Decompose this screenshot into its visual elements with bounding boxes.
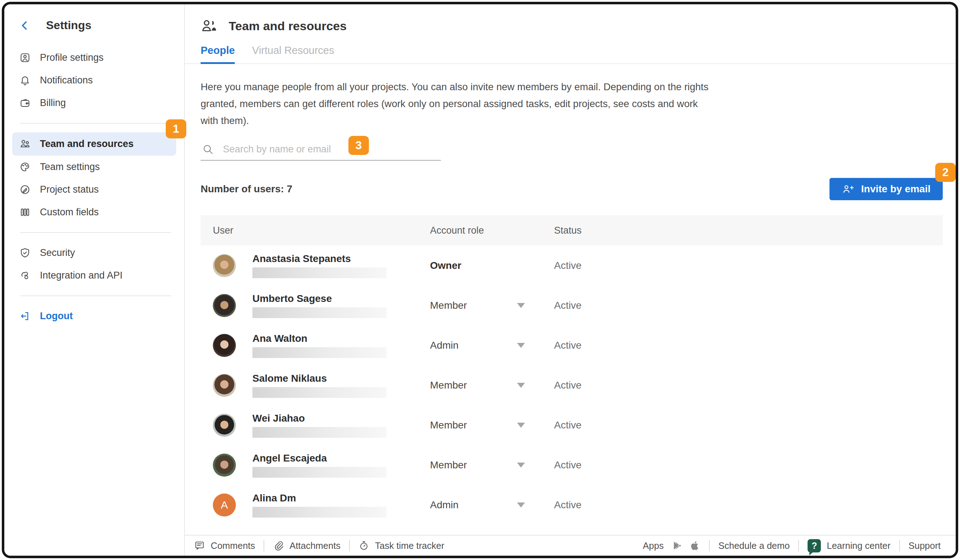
google-play-icon[interactable] [672, 540, 682, 551]
user-name: Alina Dm [253, 493, 387, 504]
footer-divider [264, 540, 264, 551]
sidebar-item-label: Team and resources [40, 138, 134, 150]
apps-label: Apps [643, 541, 664, 551]
comments-button[interactable]: Comments [194, 540, 255, 551]
role-dropdown[interactable]: Member [430, 300, 554, 311]
invite-button-label: Invite by email [861, 183, 931, 195]
avatar [213, 294, 236, 317]
sidebar-item-custom-fields[interactable]: Custom fields [12, 201, 176, 224]
caret-down-icon[interactable] [517, 423, 525, 428]
sidebar-item-label: Custom fields [40, 207, 99, 218]
caret-down-icon[interactable] [517, 502, 525, 507]
users-count: Number of users: 7 [201, 183, 292, 195]
tab-virtual-resources[interactable]: Virtual Resources [252, 45, 334, 63]
page-title-row: Team and resources [201, 18, 956, 34]
status-value: Active [554, 340, 943, 351]
user-name: Anastasia Stepanets [253, 253, 387, 264]
attachments-label: Attachments [290, 541, 341, 551]
comments-icon [194, 540, 205, 551]
wallet-icon [19, 98, 30, 109]
role-value: Owner [430, 260, 461, 271]
footer-divider [899, 540, 900, 551]
section-description: Here you manage people from all your pro… [201, 78, 714, 129]
learning-center-button[interactable]: ? Learning center [808, 539, 890, 552]
attachments-button[interactable]: Attachments [273, 540, 341, 551]
task-time-tracker-button[interactable]: Task time tracker [358, 540, 445, 551]
table-row: Umberto Sagese Member Active [201, 285, 943, 325]
role-dropdown[interactable]: Member [430, 379, 554, 391]
palette-icon [19, 162, 30, 173]
back-icon[interactable] [19, 19, 30, 32]
role-value: Admin [430, 499, 458, 510]
users-table: User Account role Status Anastasia Stepa… [201, 215, 943, 525]
status-value: Active [554, 379, 943, 391]
stopwatch-icon [358, 540, 369, 551]
footer-bar: Comments Attachments Task time tracker A… [185, 535, 956, 556]
table-row: Ana Walton Admin Active [201, 325, 943, 365]
role-value: Member [430, 379, 467, 391]
tab-people[interactable]: People [201, 45, 235, 64]
sidebar-item-label: Project status [40, 184, 99, 195]
role-cell: Owner [430, 260, 554, 271]
caret-down-icon[interactable] [517, 303, 525, 308]
user-cell: Salome Niklaus [213, 373, 430, 398]
caret-down-icon[interactable] [517, 462, 525, 468]
sidebar-item-notifications[interactable]: Notifications [12, 69, 176, 92]
sidebar-item-integration-and-api[interactable]: Integration and API [12, 264, 176, 287]
status-icon [19, 184, 30, 195]
sidebar-nav: Profile settings Notifications Billing T… [4, 46, 184, 328]
user-cell: Umberto Sagese [213, 293, 430, 318]
role-dropdown[interactable]: Admin [430, 340, 554, 351]
status-value: Active [554, 499, 943, 511]
comments-label: Comments [211, 541, 255, 551]
footer-divider [798, 540, 799, 551]
sidebar-item-label: Profile settings [40, 52, 104, 63]
avatar-initial: A [213, 493, 236, 517]
sidebar-item-team-settings[interactable]: Team settings [12, 156, 176, 178]
table-row: Anastasia Stepanets Owner Active [201, 245, 943, 285]
role-dropdown[interactable]: Member [430, 459, 554, 471]
caret-down-icon[interactable] [517, 343, 525, 348]
logout-button[interactable]: Logout [12, 305, 176, 328]
redacted-email [253, 507, 387, 518]
user-cell: A Alina Dm [213, 493, 430, 518]
sidebar-divider [20, 123, 171, 124]
redacted-email [253, 387, 387, 398]
column-header-role: Account role [430, 225, 554, 236]
sidebar-item-profile-settings[interactable]: Profile settings [12, 46, 176, 69]
integration-icon [19, 270, 30, 281]
role-dropdown[interactable]: Admin [430, 499, 554, 511]
avatar [213, 374, 236, 397]
sidebar-item-team-and-resources[interactable]: Team and resources 1 [12, 132, 176, 156]
caret-down-icon[interactable] [517, 383, 525, 388]
table-row: Wei Jiahao Member Active [201, 405, 943, 445]
table-row: Angel Escajeda Member Active [201, 445, 943, 485]
support-button[interactable]: Support [909, 541, 941, 551]
main-panel: Team and resources People Virtual Resour… [185, 4, 956, 556]
status-value: Active [554, 300, 943, 311]
avatar [213, 454, 236, 477]
invite-by-email-button[interactable]: Invite by email 2 [829, 178, 943, 200]
sidebar-item-security[interactable]: Security [12, 242, 176, 264]
logout-icon [19, 310, 30, 322]
avatar [213, 334, 236, 357]
user-name: Wei Jiahao [253, 413, 387, 424]
apple-icon[interactable] [690, 540, 701, 551]
footer-right-group: Apps Schedule a demo ? Learning center S… [643, 539, 941, 552]
tab-bar: People Virtual Resources [185, 45, 956, 64]
support-label: Support [909, 541, 941, 551]
schedule-demo-button[interactable]: Schedule a demo [718, 541, 790, 551]
search-input[interactable] [223, 144, 440, 155]
learning-center-label: Learning center [827, 541, 890, 551]
search-field[interactable] [201, 141, 441, 161]
redacted-email [253, 307, 387, 318]
table-row: Salome Niklaus Member Active [201, 365, 943, 405]
sidebar-header: Settings [4, 19, 184, 32]
sidebar-item-project-status[interactable]: Project status [12, 178, 176, 201]
role-dropdown[interactable]: Member [430, 419, 554, 431]
table-row: A Alina Dm Admin Active [201, 485, 943, 525]
user-cell: Angel Escajeda [213, 453, 430, 478]
user-name: Ana Walton [253, 333, 387, 344]
status-value: Active [554, 260, 943, 271]
sidebar-item-billing[interactable]: Billing [12, 92, 176, 114]
